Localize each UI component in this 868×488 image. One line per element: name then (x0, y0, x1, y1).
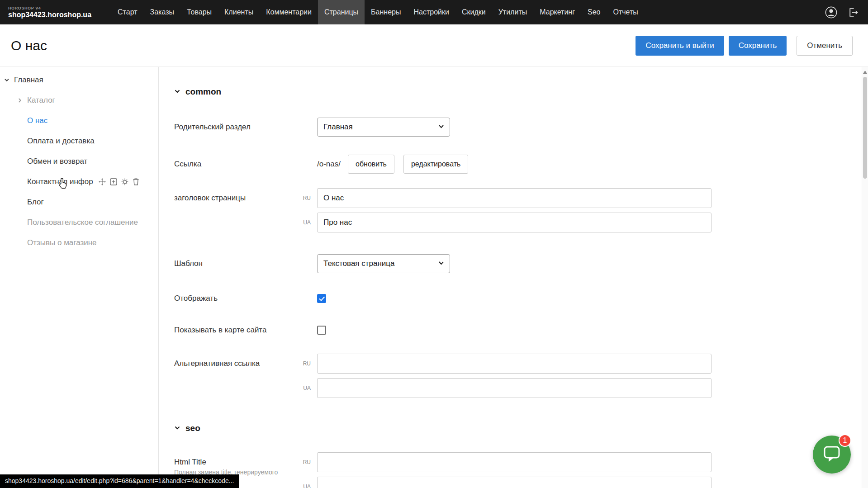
sidebar-item[interactable]: Каталог (0, 90, 158, 110)
sidebar-item[interactable]: Пользовательское соглашение (0, 212, 158, 232)
sidebar-item-label: Оплата и доставка (27, 137, 95, 146)
chat-widget-button[interactable]: 1 (813, 436, 851, 474)
page-header: О нас Сохранить и выйти Сохранить Отмени… (0, 24, 868, 66)
display-label: Отображать (174, 294, 317, 303)
save-button[interactable]: Сохранить (729, 36, 787, 56)
brand-version: HOROSHOP V4 (8, 6, 91, 10)
chevron-down-icon (174, 423, 180, 433)
sidebar-item-label: Главная (14, 76, 43, 85)
sidebar-item[interactable]: Главная (0, 70, 158, 90)
brand[interactable]: HOROSHOP V4 shop34423.horoshop.ua (8, 6, 91, 19)
sidebar-item[interactable]: Блог (0, 192, 158, 212)
lang-badge-ua: UA (296, 385, 317, 391)
page-title-ua-input[interactable] (317, 213, 711, 232)
sidebar-item-label: Каталог (27, 96, 55, 105)
delete-icon[interactable] (133, 178, 139, 185)
section-seo-toggle[interactable]: seo (174, 423, 868, 433)
top-menu-item[interactable]: Баннеры (365, 0, 407, 24)
chevron-right-icon (17, 97, 27, 104)
top-menu-item[interactable]: Seo (581, 0, 607, 24)
html-title-ru-input[interactable] (317, 452, 711, 472)
logout-icon[interactable] (846, 6, 859, 19)
sidebar-item[interactable]: Обмен и возврат (0, 151, 158, 171)
top-menu-item[interactable]: Утилиты (492, 0, 534, 24)
scroll-up-icon[interactable] (862, 68, 868, 76)
top-menu: СтартЗаказыТоварыКлиентыКомментарииСтран… (111, 0, 645, 24)
alt-link-ua-input[interactable] (317, 378, 711, 398)
lang-badge-ru: RU (296, 195, 317, 201)
link-refresh-button[interactable]: обновить (348, 155, 394, 174)
chat-icon (822, 444, 841, 465)
chevron-down-icon (438, 123, 444, 132)
save-and-exit-button[interactable]: Сохранить и выйти (636, 36, 724, 56)
sitemap-checkbox[interactable] (317, 326, 326, 335)
section-common-toggle[interactable]: common (174, 87, 868, 97)
sidebar-item-label: Пользовательское соглашение (27, 218, 138, 227)
scrollbar[interactable] (862, 67, 868, 488)
sidebar: ГлавнаяКаталогО насОплата и доставкаОбме… (0, 67, 159, 488)
add-icon[interactable] (110, 178, 117, 185)
page-title: О нас (11, 38, 47, 53)
top-menu-item[interactable]: Страницы (318, 0, 365, 24)
sidebar-item[interactable]: Отзывы о магазине (0, 232, 158, 253)
template-label: Шаблон (174, 259, 317, 268)
main-panel: common Родительский раздел Главная Ссылк… (159, 67, 868, 488)
template-select[interactable]: Текстовая страница (317, 254, 450, 273)
section-seo-label: seo (185, 423, 200, 433)
link-path: /o-nas/ (317, 160, 341, 169)
sidebar-item-label: Отзывы о магазине (27, 238, 97, 247)
top-menu-item[interactable]: Комментарии (260, 0, 318, 24)
parent-section-select-value: Главная (323, 123, 353, 132)
sidebar-item[interactable]: Контактная инфор (0, 171, 158, 192)
link-edit-button[interactable]: редактировать (403, 155, 468, 174)
page-title-ru-input[interactable] (317, 188, 711, 208)
alt-link-label: Альтернативная ссылка (174, 354, 296, 374)
top-menu-item[interactable]: Скидки (455, 0, 492, 24)
top-menu-item[interactable]: Заказы (144, 0, 180, 24)
tree-item-actions (99, 178, 139, 185)
lang-badge-ru: RU (296, 459, 317, 465)
sidebar-tree: ГлавнаяКаталогО насОплата и доставкаОбме… (0, 70, 158, 253)
parent-section-select[interactable]: Главная (317, 118, 450, 137)
sidebar-item[interactable]: Оплата и доставка (0, 131, 158, 151)
html-title-ua-input[interactable] (317, 477, 711, 488)
section-common-label: common (185, 87, 221, 97)
sidebar-item-label: Блог (27, 198, 44, 207)
lang-badge-ua: UA (296, 483, 317, 488)
lang-badge-ru: RU (296, 360, 317, 367)
chevron-down-icon (174, 87, 180, 97)
sidebar-item[interactable]: О нас (0, 110, 158, 131)
sidebar-item-label: О нас (27, 116, 47, 125)
sidebar-item-label: Обмен и возврат (27, 157, 87, 166)
topbar-right (825, 6, 859, 19)
header-actions: Сохранить и выйти Сохранить Отменить (636, 36, 853, 56)
alt-link-ru-input[interactable] (317, 354, 711, 374)
brand-domain: shop34423.horoshop.ua (8, 11, 91, 19)
chevron-down-icon (438, 259, 444, 268)
page-title-label: заголовок страницы (174, 188, 296, 208)
top-menu-item[interactable]: Настройки (407, 0, 455, 24)
content: ГлавнаяКаталогО насОплата и доставкаОбме… (0, 66, 868, 488)
topbar: HOROSHOP V4 shop34423.horoshop.ua СтартЗ… (0, 0, 868, 24)
top-menu-item[interactable]: Клиенты (218, 0, 260, 24)
sitemap-label: Показывать в карте сайта (174, 326, 317, 335)
top-menu-item[interactable]: Отчеты (607, 0, 645, 24)
move-icon[interactable] (99, 178, 106, 185)
status-url-tooltip: shop34423.horoshop.ua/edit/edit.php?id=6… (0, 474, 239, 488)
link-label: Ссылка (174, 160, 317, 169)
display-checkbox[interactable] (317, 294, 326, 303)
cancel-button[interactable]: Отменить (797, 36, 853, 56)
chevron-down-icon (4, 77, 14, 83)
top-menu-item[interactable]: Старт (111, 0, 143, 24)
scrollbar-thumb[interactable] (863, 77, 867, 179)
parent-section-label: Родительский раздел (174, 123, 317, 132)
top-menu-item[interactable]: Товары (180, 0, 218, 24)
account-icon[interactable] (825, 6, 837, 19)
lang-badge-ua: UA (296, 219, 317, 226)
html-title-label-block: Html Title Полная замена title, генериру… (174, 452, 296, 476)
chat-notification-badge: 1 (839, 434, 851, 447)
settings-icon[interactable] (121, 178, 128, 185)
template-select-value: Текстовая страница (323, 259, 395, 268)
sidebar-item-label: Контактная инфор (27, 177, 93, 186)
top-menu-item[interactable]: Маркетинг (533, 0, 581, 24)
